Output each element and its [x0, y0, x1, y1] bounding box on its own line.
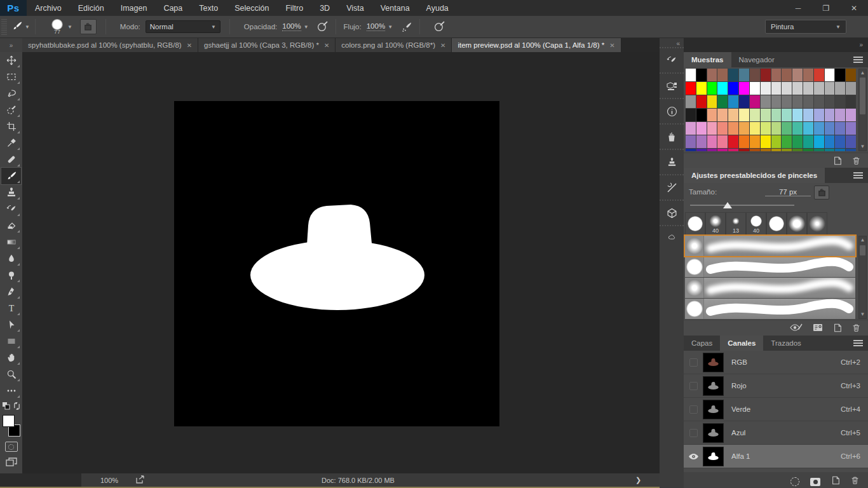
swatch-0-6[interactable]: [750, 69, 760, 81]
swatch-2-1[interactable]: [696, 95, 707, 108]
swatch-5-12[interactable]: [814, 135, 824, 148]
brush-stroke-preset-2[interactable]: [685, 278, 855, 298]
delete-brush-icon[interactable]: [852, 323, 860, 332]
swatch-5-6[interactable]: [750, 135, 760, 148]
swatch-0-1[interactable]: [696, 69, 707, 81]
swatch-0-14[interactable]: [835, 69, 845, 81]
swatch-5-3[interactable]: [717, 135, 728, 148]
swatch-2-0[interactable]: [686, 95, 696, 108]
clone-source-panel-icon[interactable]: [660, 149, 684, 174]
swatch-4-8[interactable]: [771, 122, 782, 135]
visibility-toggle[interactable]: [684, 382, 703, 390]
chevron-down-icon[interactable]: ▼: [67, 24, 72, 30]
swatch-6-10[interactable]: [792, 149, 803, 151]
tab-close-icon[interactable]: ✕: [187, 42, 192, 49]
channel-thumbnail[interactable]: [703, 353, 724, 372]
swatch-5-9[interactable]: [782, 135, 792, 148]
swatch-6-1[interactable]: [696, 149, 707, 151]
swatch-3-8[interactable]: [771, 109, 782, 121]
swatch-5-2[interactable]: [707, 135, 717, 148]
healing-brush-tool[interactable]: [1, 151, 21, 168]
close-icon[interactable]: ✕: [840, 0, 868, 16]
chevron-down-icon[interactable]: ▼: [388, 24, 393, 30]
history-brush-tool[interactable]: [1, 201, 21, 217]
panel-menu-icon[interactable]: [853, 172, 863, 179]
swatch-1-4[interactable]: [728, 82, 738, 95]
swatch-2-4[interactable]: [728, 95, 738, 108]
scroll-up-icon[interactable]: ▲: [859, 236, 866, 244]
swatch-0-12[interactable]: [814, 69, 824, 81]
swatch-6-15[interactable]: [846, 149, 856, 151]
swatch-2-10[interactable]: [792, 95, 803, 108]
swatch-3-0[interactable]: [686, 109, 696, 121]
swatch-1-6[interactable]: [750, 82, 760, 95]
swatch-1-7[interactable]: [761, 82, 771, 95]
quick-selection-tool[interactable]: [1, 102, 21, 118]
swatch-1-11[interactable]: [803, 82, 813, 95]
swatches-scrollbar[interactable]: ▲ ▼: [858, 69, 867, 151]
swatch-0-11[interactable]: [803, 69, 813, 81]
crop-tool[interactable]: [1, 118, 21, 135]
brush-preset-1[interactable]: 40: [705, 212, 726, 235]
panel-menu-icon[interactable]: [853, 56, 863, 63]
swatch-4-3[interactable]: [717, 122, 728, 135]
load-selection-icon[interactable]: [790, 477, 799, 486]
channel-row-rojo[interactable]: Rojo Ctrl+3: [684, 374, 868, 398]
swatch-0-4[interactable]: [728, 69, 738, 81]
panel-menu-icon[interactable]: [853, 339, 863, 346]
swatch-5-8[interactable]: [771, 135, 782, 148]
tab-close-icon[interactable]: ✕: [324, 42, 329, 49]
brush-stroke-preset-1[interactable]: [685, 257, 855, 277]
canvas-area[interactable]: [22, 52, 660, 473]
brush-stroke-preset-0[interactable]: [685, 236, 855, 256]
opacity-value[interactable]: 100%: [282, 22, 301, 31]
menu-texto[interactable]: Texto: [191, 0, 226, 16]
history-panel-icon[interactable]: [660, 47, 684, 72]
swatch-0-10[interactable]: [792, 69, 803, 81]
menu-3d[interactable]: 3D: [311, 0, 338, 16]
swatch-1-10[interactable]: [792, 82, 803, 95]
swatch-4-14[interactable]: [835, 122, 845, 135]
scroll-up-icon[interactable]: ▲: [859, 69, 866, 77]
chevron-down-icon[interactable]: ▼: [304, 24, 309, 30]
toolbar-expand[interactable]: »: [0, 38, 22, 52]
channel-row-alfa1[interactable]: Alfa 1 Ctrl+6: [684, 445, 868, 468]
swatch-4-5[interactable]: [739, 122, 749, 135]
swatch-3-9[interactable]: [782, 109, 792, 121]
menu-filtro[interactable]: Filtro: [277, 0, 311, 16]
swatch-5-7[interactable]: [761, 135, 771, 148]
brush-scrollbar[interactable]: ▲ ▼: [858, 236, 867, 319]
swatch-2-8[interactable]: [771, 95, 782, 108]
tab-brush-presets[interactable]: Ajustes preestablecidos de pinceles: [684, 168, 825, 183]
swatch-5-15[interactable]: [846, 135, 856, 148]
swatch-2-15[interactable]: [846, 95, 856, 108]
delete-channel-icon[interactable]: [851, 476, 859, 487]
menu-archivo[interactable]: Archivo: [27, 0, 70, 16]
minimize-icon[interactable]: ─: [784, 0, 812, 16]
3d-panel-icon[interactable]: [660, 200, 684, 225]
delete-swatch-icon[interactable]: [852, 156, 860, 165]
swatch-0-0[interactable]: [686, 69, 696, 81]
swatch-4-2[interactable]: [707, 122, 717, 135]
swatch-5-0[interactable]: [686, 135, 696, 148]
collapse-dock-icon[interactable]: «: [660, 38, 684, 47]
blend-mode-select[interactable]: Normal ▼: [146, 20, 220, 33]
swatch-1-9[interactable]: [782, 82, 792, 95]
pressure-opacity-icon[interactable]: [315, 20, 330, 34]
slider-thumb[interactable]: [723, 202, 732, 208]
expand-dock-icon[interactable]: »: [859, 41, 863, 48]
swatch-4-15[interactable]: [846, 122, 856, 135]
workspace-select[interactable]: Pintura ▼: [765, 20, 846, 34]
swatch-3-13[interactable]: [825, 109, 835, 121]
pen-tool[interactable]: [1, 283, 21, 300]
new-channel-icon[interactable]: [831, 476, 840, 487]
channel-row-azul[interactable]: Azul Ctrl+5: [684, 421, 868, 445]
swatch-4-6[interactable]: [750, 122, 760, 135]
swatch-4-12[interactable]: [814, 122, 824, 135]
swatch-6-11[interactable]: [803, 149, 813, 151]
swatch-0-5[interactable]: [739, 69, 749, 81]
brush-preset-picker[interactable]: 77: [50, 19, 65, 34]
channel-thumbnail[interactable]: [703, 423, 724, 443]
swatch-2-14[interactable]: [835, 95, 845, 108]
swatch-0-9[interactable]: [782, 69, 792, 81]
